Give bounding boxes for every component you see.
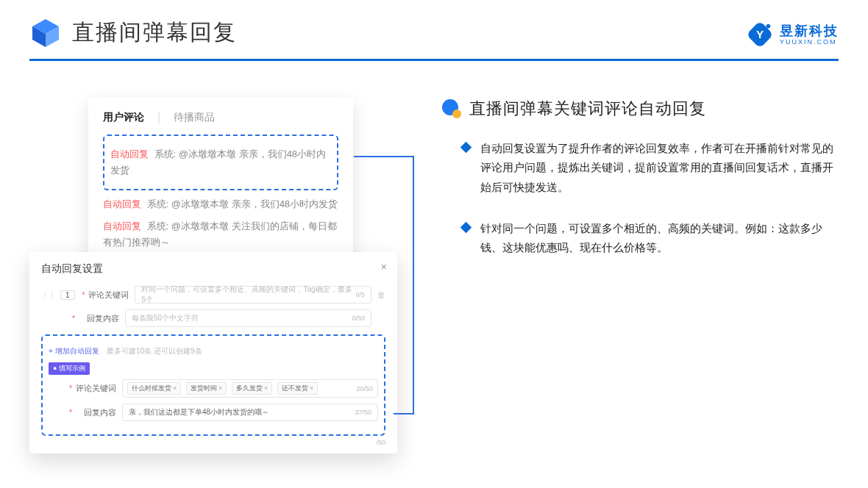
highlighted-comment: 自动回复 系统: @冰墩墩本墩 亲亲，我们48小时内发货 <box>103 134 338 190</box>
auto-reply-tag: 自动回复 <box>103 198 141 209</box>
tab-pending-goods[interactable]: 待播商品 <box>174 111 215 124</box>
tag[interactable]: 什么时候发货× <box>127 382 181 395</box>
add-auto-reply-link[interactable]: + 增加自动回复 <box>49 347 99 355</box>
keyword-count: 0/5 <box>355 291 365 298</box>
ex-content-input[interactable]: 亲，我们这边都是下单48小时内发货的哦～ 37/50 <box>122 403 378 421</box>
bullet-item: 自动回复设置为了提升作者的评论回复效率，作者可在开播前针对常见的评论用户问题，提… <box>441 139 839 197</box>
add-hint: 最多可建10条 还可以创建9条 <box>107 347 202 355</box>
chat-bubble-icon <box>441 98 462 119</box>
brand-logo: Y 昱新科技 YUUXIN.COM <box>746 21 839 49</box>
required-dot: * <box>72 315 75 323</box>
tag[interactable]: 多久发货× <box>232 382 272 395</box>
content-label: 回复内容 <box>78 313 119 324</box>
required-dot: * <box>69 409 72 417</box>
content-placeholder: 每条限50个中文字符 <box>132 313 199 323</box>
bullet-text: 自动回复设置为了提升作者的评论回复效率，作者可在开播前针对常见的评论用户问题，提… <box>480 139 839 197</box>
bullet-item: 针对同一个问题，可设置多个相近的、高频的关键词。例如：这款多少钱、这块能优惠吗、… <box>441 219 839 258</box>
ex-content-count: 37/50 <box>355 409 371 416</box>
ex-keyword-label: 评论关键词 <box>75 383 116 394</box>
ex-keyword-count: 20/50 <box>356 385 373 392</box>
ex-content-label: 回复内容 <box>75 407 116 418</box>
tab-separator: | <box>157 111 160 124</box>
comment-row: 自动回复 系统: @冰墩墩本墩 关注我们的店铺，每日都有热门推荐哟～ <box>103 218 338 251</box>
auto-reply-tag: 自动回复 <box>103 220 141 232</box>
tab-user-comments[interactable]: 用户评论 <box>103 111 144 124</box>
required-dot: * <box>69 384 72 392</box>
ex-content-value: 亲，我们这边都是下单48小时内发货的哦～ <box>129 407 269 417</box>
settings-card: 自动回复设置 × ⋮⋮ 1 * 评论关键词 对同一个问题，可设置多个相近、高频的… <box>29 252 397 453</box>
keyword-placeholder: 对同一个问题，可设置多个相近、高频的关键词，Tag确定，最多5个 <box>141 284 355 305</box>
diamond-bullet-icon <box>460 142 472 154</box>
comment-row: 自动回复 系统: @冰墩墩本墩 亲亲，我们48小时内发货 <box>110 146 331 179</box>
close-icon[interactable]: × <box>381 261 387 273</box>
diamond-bullet-icon <box>460 221 472 233</box>
settings-title: 自动回复设置 <box>41 262 385 276</box>
content-input[interactable]: 每条限50个中文字符 0/50 <box>125 309 371 327</box>
brand-icon: Y <box>746 21 774 49</box>
comment-row: 自动回复 系统: @冰墩墩本墩 亲亲，我们48小时内发货 <box>103 196 338 212</box>
svg-point-7 <box>452 110 461 118</box>
cube-icon <box>29 16 62 49</box>
page-title: 直播间弹幕回复 <box>72 18 237 48</box>
delete-icon[interactable]: 🗑 <box>377 290 385 299</box>
bullet-text: 针对同一个问题，可设置多个相近的、高频的关键词。例如：这款多少钱、这块能优惠吗、… <box>480 219 839 258</box>
keyword-input[interactable]: 对同一个问题，可设置多个相近、高频的关键词，Tag确定，最多5个 0/5 <box>135 286 371 304</box>
rule-number: 1 <box>60 290 75 300</box>
example-badge: ● 填写示例 <box>49 362 90 375</box>
svg-point-5 <box>766 24 771 29</box>
brand-name-cn: 昱新科技 <box>780 24 839 37</box>
brand-name-en: YUUXIN.COM <box>780 39 839 46</box>
tag[interactable]: 发货时间× <box>186 382 227 395</box>
example-box: + 增加自动回复 最多可建10条 还可以创建9条 ● 填写示例 * 评论关键词 … <box>41 334 385 436</box>
content-count: 0/50 <box>352 315 365 322</box>
svg-text:Y: Y <box>756 28 764 40</box>
ex-keyword-input[interactable]: 什么时候发货× 发货时间× 多久发货× 还不发货× 20/50 <box>122 379 378 398</box>
comment-text: 系统: @冰墩墩本墩 亲亲，我们48小时内发货 <box>144 198 338 209</box>
drag-handle-icon[interactable]: ⋮⋮ <box>41 291 56 299</box>
trailing-count: /50 <box>41 439 385 446</box>
keyword-label: 评论关键词 <box>88 290 129 301</box>
required-dot: * <box>82 291 85 299</box>
tag[interactable]: 还不发货× <box>277 382 318 395</box>
auto-reply-tag: 自动回复 <box>110 148 149 159</box>
section-title: 直播间弹幕关键词评论自动回复 <box>469 98 706 120</box>
